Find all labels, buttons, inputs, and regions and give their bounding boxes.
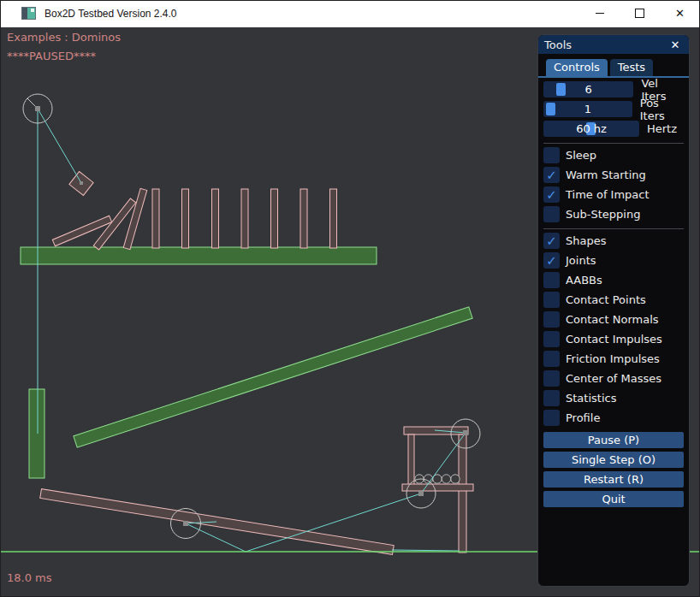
checkbox-row-shapes: ✓Shapes — [543, 233, 684, 249]
dominoes — [52, 188, 336, 250]
slider-value: 60 hz — [543, 121, 639, 137]
slider-group: 6Vel Iters1Pos Iters60 hzHertz — [543, 81, 684, 137]
checkbox-label: Sub-Stepping — [566, 208, 640, 221]
checkbox-row-friction-impulses: Friction Impulses — [543, 351, 684, 367]
slider-row-vel-iters: 6Vel Iters — [543, 81, 684, 98]
checkbox-row-time-of-impact: ✓Time of Impact — [543, 186, 684, 203]
single-step-button[interactable]: Single Step (O) — [543, 452, 684, 468]
minimize-button[interactable] — [579, 0, 620, 27]
slider-pos-iters[interactable]: 1 — [543, 101, 632, 117]
checkbox-center-of-masses[interactable] — [543, 370, 560, 387]
tools-panel: Tools ✕ ControlsTests 6Vel Iters1Pos Ite… — [537, 34, 690, 587]
close-button[interactable]: ✕ — [660, 0, 700, 27]
tab-bar: ControlsTests — [538, 54, 689, 78]
domino-platform — [21, 247, 377, 264]
separator — [543, 143, 684, 144]
checkbox-contact-points[interactable] — [543, 292, 560, 308]
tools-panel-titlebar[interactable]: Tools ✕ — [538, 35, 689, 54]
example-label: Examples : Dominos — [7, 31, 121, 44]
checkbox-label: Statistics — [566, 392, 616, 405]
separator — [543, 228, 684, 229]
checkbox-row-contact-impulses: Contact Impulses — [543, 331, 684, 347]
checkbox-label: Contact Impulses — [566, 333, 662, 346]
vertical-block — [29, 389, 44, 478]
tab-tests[interactable]: Tests — [610, 59, 653, 76]
close-icon: ✕ — [675, 8, 685, 19]
slider-row-pos-iters: 1Pos Iters — [543, 101, 684, 117]
checkbox-label: Sleep — [566, 149, 596, 162]
pause-button[interactable]: Pause (P) — [543, 432, 684, 448]
window-controls: ✕ — [579, 0, 700, 27]
frame-time-label: 18.0 ms — [7, 571, 52, 584]
checkbox-contact-normals[interactable] — [543, 311, 560, 328]
tab-controls[interactable]: Controls — [546, 59, 608, 76]
slider-vel-iters[interactable]: 6 — [543, 81, 633, 98]
checkbox-row-aabbs: AABBs — [543, 272, 684, 288]
checkbox-row-joints: ✓Joints — [543, 252, 684, 269]
seesaw-plank — [40, 489, 394, 555]
slider-hertz[interactable]: 60 hz — [543, 121, 639, 137]
checkbox-aabbs[interactable] — [543, 272, 560, 288]
restart-button[interactable]: Restart (R) — [543, 471, 684, 488]
minimize-icon — [596, 13, 604, 14]
slider-value: 6 — [543, 81, 633, 98]
sim-options-group: Sleep✓Warm Starting✓Time of ImpactSub-St… — [543, 147, 684, 222]
checkbox-row-statistics: Statistics — [543, 390, 684, 406]
window-title: Box2D Testbed Version 2.4.0 — [44, 8, 177, 20]
checkbox-label: Contact Normals — [566, 313, 659, 326]
check-icon: ✓ — [546, 233, 557, 249]
maximize-button[interactable] — [620, 0, 660, 27]
check-icon: ✓ — [546, 253, 557, 269]
slider-row-hertz: 60 hzHertz — [543, 121, 684, 137]
checkbox-label: Contact Points — [566, 293, 646, 306]
checkbox-profile[interactable] — [543, 410, 560, 426]
checkbox-label: Warm Starting — [566, 168, 646, 181]
slider-label: Pos Iters — [640, 97, 684, 122]
checkbox-label: Profile — [566, 411, 600, 424]
checkbox-joints[interactable]: ✓ — [543, 252, 560, 269]
joint-anchors — [35, 106, 468, 526]
tools-panel-title: Tools — [544, 38, 572, 51]
checkbox-time-of-impact[interactable]: ✓ — [543, 186, 560, 203]
check-icon: ✓ — [546, 168, 557, 183]
checkbox-statistics[interactable] — [543, 390, 560, 406]
checkbox-shapes[interactable]: ✓ — [543, 233, 560, 249]
checkbox-label: Time of Impact — [566, 188, 650, 201]
checkbox-label: Friction Impulses — [566, 352, 660, 365]
tools-close-button[interactable]: ✕ — [667, 37, 683, 52]
slider-label: Hertz — [647, 122, 677, 135]
checkbox-row-sleep: Sleep — [543, 147, 684, 163]
checkbox-row-contact-normals: Contact Normals — [543, 311, 684, 328]
checkbox-label: Center of Masses — [566, 372, 661, 385]
checkbox-warm-starting[interactable]: ✓ — [543, 167, 560, 183]
checkbox-sub-stepping[interactable] — [543, 206, 560, 222]
checkbox-row-warm-starting: ✓Warm Starting — [543, 167, 684, 183]
window-titlebar[interactable]: Box2D Testbed Version 2.4.0 ✕ — [0, 0, 700, 27]
draw-options-group: ✓Shapes✓JointsAABBsContact PointsContact… — [543, 233, 684, 426]
quit-button[interactable]: Quit — [543, 491, 684, 507]
paused-label: ****PAUSED**** — [7, 50, 96, 62]
checkbox-label: Shapes — [566, 234, 606, 247]
slider-value: 1 — [543, 101, 632, 117]
action-buttons: Pause (P)Single Step (O)Restart (R)Quit — [543, 432, 684, 507]
close-icon: ✕ — [671, 38, 680, 51]
checkbox-friction-impulses[interactable] — [543, 351, 560, 367]
checkbox-sleep[interactable] — [543, 147, 560, 163]
checkbox-contact-impulses[interactable] — [543, 331, 560, 347]
maximize-icon — [635, 9, 644, 18]
checkbox-row-contact-points: Contact Points — [543, 292, 684, 308]
checkbox-row-sub-stepping: Sub-Stepping — [543, 206, 684, 222]
checkbox-label: AABBs — [566, 274, 602, 287]
check-icon: ✓ — [546, 187, 557, 203]
checkbox-row-profile: Profile — [543, 410, 684, 426]
checkbox-row-center-of-masses: Center of Masses — [543, 370, 684, 387]
checkbox-label: Joints — [566, 254, 596, 267]
stand-structure — [402, 427, 473, 553]
app-icon — [21, 7, 36, 20]
